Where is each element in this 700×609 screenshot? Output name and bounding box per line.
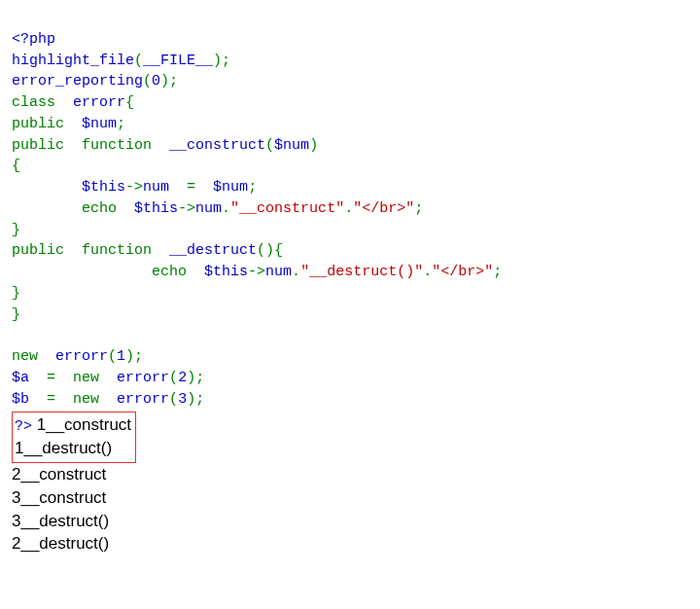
php-open-tag: <?php <box>12 31 55 48</box>
var-num: $num <box>82 116 117 132</box>
highlight-box: ?> 1__construct 1__destruct() <box>12 412 136 463</box>
output-line-5: 3__destruct() <box>12 510 688 533</box>
fn-construct: __construct <box>169 137 265 154</box>
script-output: ?> 1__construct 1__destruct() 2__constru… <box>12 410 688 555</box>
php-source-code: <?php highlight_file(__FILE__); error_re… <box>12 8 688 410</box>
output-line-3: 2__construct <box>12 463 688 486</box>
output-line-4: 3__construct <box>12 486 688 510</box>
var-a: $a <box>12 370 29 386</box>
fn-destruct: __destruct <box>169 242 257 259</box>
output-line-1: 1__construct <box>37 413 131 437</box>
output-line-2: 1__destruct() <box>15 437 112 460</box>
str-construct: "__construct" <box>230 200 344 217</box>
output-line-6: 2__destruct() <box>12 532 688 555</box>
fn-highlight: highlight_file <box>12 53 134 69</box>
kw-class: class <box>12 94 55 111</box>
str-destruct: "__destruct()" <box>300 264 423 280</box>
fn-error-reporting: error_reporting <box>12 73 143 90</box>
var-b: $b <box>12 391 29 408</box>
php-close-tag: ?> <box>15 416 32 437</box>
class-name: errorr <box>73 94 125 111</box>
